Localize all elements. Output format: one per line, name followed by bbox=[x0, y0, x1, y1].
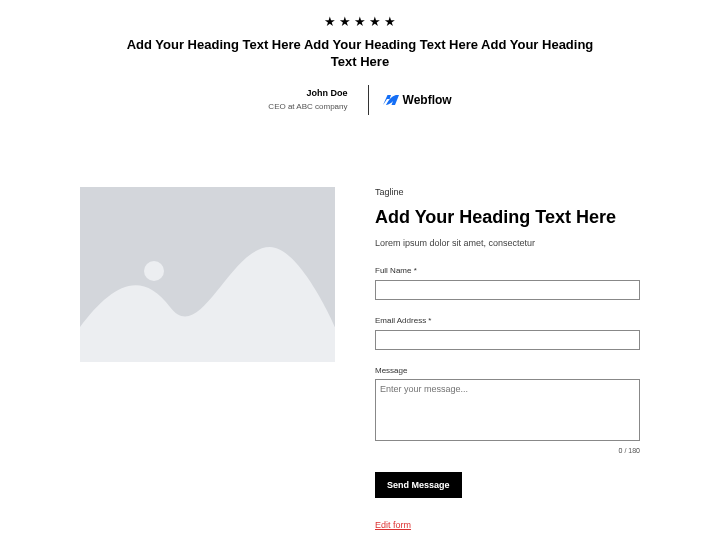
star-icon: ★ bbox=[369, 14, 381, 29]
webflow-icon bbox=[383, 94, 399, 106]
char-counter: 0 / 180 bbox=[375, 447, 640, 454]
placeholder-graphic-icon bbox=[80, 187, 335, 362]
logo-text: Webflow bbox=[403, 93, 452, 107]
send-message-button[interactable]: Send Message bbox=[375, 472, 462, 498]
contact-subheading: Lorem ipsum dolor sit amet, consectetur bbox=[375, 238, 640, 248]
contact-heading: Add Your Heading Text Here bbox=[375, 207, 640, 228]
star-icon: ★ bbox=[384, 14, 396, 29]
svg-point-1 bbox=[144, 261, 164, 281]
testimonial-person: John Doe CEO at ABC company Webflow bbox=[120, 85, 600, 115]
tagline: Tagline bbox=[375, 187, 640, 197]
vertical-divider bbox=[368, 85, 369, 115]
company-logo: Webflow bbox=[379, 93, 452, 107]
testimonial-author: John Doe CEO at ABC company bbox=[268, 88, 357, 111]
message-textarea[interactable] bbox=[375, 379, 640, 441]
author-role: CEO at ABC company bbox=[268, 102, 347, 111]
testimonial-heading: Add Your Heading Text Here Add Your Head… bbox=[120, 37, 600, 71]
testimonial-section: ★ ★ ★ ★ ★ Add Your Heading Text Here Add… bbox=[0, 0, 720, 115]
fullname-input[interactable] bbox=[375, 280, 640, 300]
star-rating: ★ ★ ★ ★ ★ bbox=[120, 14, 600, 29]
fullname-label: Full Name * bbox=[375, 266, 640, 275]
message-label: Message bbox=[375, 366, 640, 375]
email-input[interactable] bbox=[375, 330, 640, 350]
author-name: John Doe bbox=[268, 88, 347, 98]
star-icon: ★ bbox=[324, 14, 336, 29]
contact-section: Tagline Add Your Heading Text Here Lorem… bbox=[0, 187, 720, 532]
star-icon: ★ bbox=[339, 14, 351, 29]
edit-form-link[interactable]: Edit form bbox=[375, 520, 411, 530]
star-icon: ★ bbox=[354, 14, 366, 29]
image-placeholder bbox=[80, 187, 335, 362]
email-label: Email Address * bbox=[375, 316, 640, 325]
contact-form: Tagline Add Your Heading Text Here Lorem… bbox=[375, 187, 640, 532]
